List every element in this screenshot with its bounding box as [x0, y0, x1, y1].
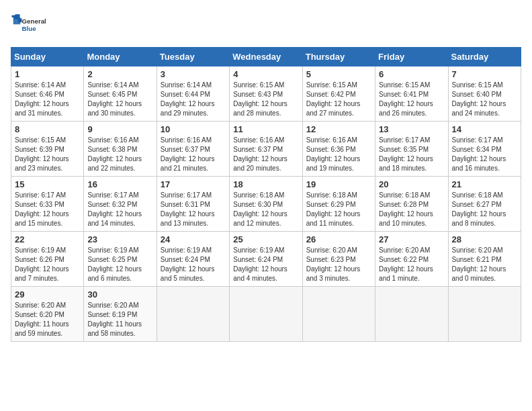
calendar-cell: 30Sunrise: 6:20 AM Sunset: 6:19 PM Dayli…: [84, 287, 157, 342]
day-number: 13: [379, 124, 444, 134]
calendar-cell: 5Sunrise: 6:15 AM Sunset: 6:42 PM Daylig…: [302, 66, 375, 122]
day-number: 22: [15, 234, 80, 244]
calendar-cell: 27Sunrise: 6:20 AM Sunset: 6:22 PM Dayli…: [375, 232, 448, 287]
header-thursday: Thursday: [302, 48, 375, 66]
day-info: Sunrise: 6:19 AM Sunset: 6:24 PM Dayligh…: [233, 246, 298, 283]
day-number: 25: [233, 234, 298, 244]
calendar-cell: 25Sunrise: 6:19 AM Sunset: 6:24 PM Dayli…: [230, 232, 302, 287]
day-info: Sunrise: 6:17 AM Sunset: 6:33 PM Dayligh…: [15, 191, 80, 228]
page-header: General Blue: [11, 11, 521, 39]
calendar-cell: 18Sunrise: 6:18 AM Sunset: 6:30 PM Dayli…: [230, 177, 302, 232]
day-info: Sunrise: 6:15 AM Sunset: 6:40 PM Dayligh…: [452, 81, 517, 118]
day-info: Sunrise: 6:20 AM Sunset: 6:20 PM Dayligh…: [15, 301, 80, 338]
calendar-table: SundayMondayTuesdayWednesdayThursdayFrid…: [11, 47, 521, 342]
calendar-cell: 21Sunrise: 6:18 AM Sunset: 6:27 PM Dayli…: [448, 177, 521, 232]
header-wednesday: Wednesday: [230, 48, 302, 66]
calendar-cell: [157, 287, 229, 342]
header-tuesday: Tuesday: [157, 48, 229, 66]
day-number: 9: [87, 124, 152, 134]
day-info: Sunrise: 6:16 AM Sunset: 6:37 PM Dayligh…: [161, 136, 226, 173]
day-number: 29: [15, 289, 80, 300]
day-info: Sunrise: 6:16 AM Sunset: 6:37 PM Dayligh…: [233, 136, 298, 173]
day-info: Sunrise: 6:18 AM Sunset: 6:28 PM Dayligh…: [379, 191, 444, 228]
calendar-cell: 28Sunrise: 6:20 AM Sunset: 6:21 PM Dayli…: [448, 232, 521, 287]
svg-rect-3: [13, 17, 21, 25]
day-info: Sunrise: 6:15 AM Sunset: 6:41 PM Dayligh…: [379, 81, 444, 118]
day-number: 12: [306, 124, 371, 134]
week-row-2: 8Sunrise: 6:15 AM Sunset: 6:39 PM Daylig…: [11, 122, 521, 177]
day-info: Sunrise: 6:16 AM Sunset: 6:38 PM Dayligh…: [87, 136, 152, 173]
calendar-cell: 13Sunrise: 6:17 AM Sunset: 6:35 PM Dayli…: [375, 122, 448, 177]
calendar-cell: 14Sunrise: 6:17 AM Sunset: 6:34 PM Dayli…: [448, 122, 521, 177]
day-info: Sunrise: 6:15 AM Sunset: 6:39 PM Dayligh…: [15, 136, 80, 173]
calendar-cell: 22Sunrise: 6:19 AM Sunset: 6:26 PM Dayli…: [11, 232, 84, 287]
calendar-cell: 26Sunrise: 6:20 AM Sunset: 6:23 PM Dayli…: [302, 232, 375, 287]
header-row: SundayMondayTuesdayWednesdayThursdayFrid…: [11, 48, 521, 66]
header-monday: Monday: [84, 48, 157, 66]
day-number: 24: [161, 234, 226, 244]
svg-text:General: General: [22, 17, 47, 25]
day-number: 23: [87, 234, 152, 244]
day-info: Sunrise: 6:18 AM Sunset: 6:27 PM Dayligh…: [452, 191, 517, 228]
calendar-cell: 19Sunrise: 6:18 AM Sunset: 6:29 PM Dayli…: [302, 177, 375, 232]
calendar-cell: [448, 287, 521, 342]
week-row-1: 1Sunrise: 6:14 AM Sunset: 6:46 PM Daylig…: [11, 66, 521, 122]
day-info: Sunrise: 6:19 AM Sunset: 6:24 PM Dayligh…: [161, 246, 226, 283]
day-info: Sunrise: 6:15 AM Sunset: 6:42 PM Dayligh…: [306, 81, 371, 118]
day-number: 14: [452, 124, 517, 134]
calendar-cell: 12Sunrise: 6:16 AM Sunset: 6:36 PM Dayli…: [302, 122, 375, 177]
day-number: 16: [87, 179, 152, 189]
day-number: 4: [233, 69, 298, 79]
calendar-cell: 15Sunrise: 6:17 AM Sunset: 6:33 PM Dayli…: [11, 177, 84, 232]
day-number: 30: [87, 289, 152, 300]
day-info: Sunrise: 6:17 AM Sunset: 6:34 PM Dayligh…: [452, 136, 517, 173]
day-info: Sunrise: 6:14 AM Sunset: 6:45 PM Dayligh…: [87, 81, 152, 118]
header-friday: Friday: [375, 48, 448, 66]
logo-svg: General Blue: [11, 11, 51, 39]
calendar-cell: 4Sunrise: 6:15 AM Sunset: 6:43 PM Daylig…: [230, 66, 302, 122]
day-number: 2: [87, 69, 152, 79]
day-info: Sunrise: 6:16 AM Sunset: 6:36 PM Dayligh…: [306, 136, 371, 173]
day-info: Sunrise: 6:19 AM Sunset: 6:25 PM Dayligh…: [87, 246, 152, 283]
calendar-cell: 24Sunrise: 6:19 AM Sunset: 6:24 PM Dayli…: [157, 232, 229, 287]
day-info: Sunrise: 6:20 AM Sunset: 6:21 PM Dayligh…: [452, 246, 517, 283]
svg-text:Blue: Blue: [22, 25, 37, 32]
calendar-cell: [375, 287, 448, 342]
day-info: Sunrise: 6:19 AM Sunset: 6:26 PM Dayligh…: [15, 246, 80, 283]
calendar-cell: 1Sunrise: 6:14 AM Sunset: 6:46 PM Daylig…: [11, 66, 84, 122]
day-number: 18: [233, 179, 298, 189]
week-row-3: 15Sunrise: 6:17 AM Sunset: 6:33 PM Dayli…: [11, 177, 521, 232]
day-info: Sunrise: 6:20 AM Sunset: 6:22 PM Dayligh…: [379, 246, 444, 283]
calendar-cell: 10Sunrise: 6:16 AM Sunset: 6:37 PM Dayli…: [157, 122, 229, 177]
day-number: 15: [15, 179, 80, 189]
calendar-cell: 2Sunrise: 6:14 AM Sunset: 6:45 PM Daylig…: [84, 66, 157, 122]
day-number: 8: [15, 124, 80, 134]
calendar-cell: 9Sunrise: 6:16 AM Sunset: 6:38 PM Daylig…: [84, 122, 157, 177]
day-number: 7: [452, 69, 517, 79]
logo: General Blue: [11, 11, 51, 39]
day-number: 6: [379, 69, 444, 79]
calendar-cell: 7Sunrise: 6:15 AM Sunset: 6:40 PM Daylig…: [448, 66, 521, 122]
week-row-5: 29Sunrise: 6:20 AM Sunset: 6:20 PM Dayli…: [11, 287, 521, 342]
day-info: Sunrise: 6:18 AM Sunset: 6:30 PM Dayligh…: [233, 191, 298, 228]
calendar-cell: 16Sunrise: 6:17 AM Sunset: 6:32 PM Dayli…: [84, 177, 157, 232]
calendar-cell: 17Sunrise: 6:17 AM Sunset: 6:31 PM Dayli…: [157, 177, 229, 232]
day-number: 20: [379, 179, 444, 189]
day-info: Sunrise: 6:14 AM Sunset: 6:44 PM Dayligh…: [161, 81, 226, 118]
day-info: Sunrise: 6:14 AM Sunset: 6:46 PM Dayligh…: [15, 81, 80, 118]
day-info: Sunrise: 6:17 AM Sunset: 6:35 PM Dayligh…: [379, 136, 444, 173]
day-number: 17: [161, 179, 226, 189]
day-info: Sunrise: 6:20 AM Sunset: 6:19 PM Dayligh…: [87, 301, 152, 338]
day-info: Sunrise: 6:15 AM Sunset: 6:43 PM Dayligh…: [233, 81, 298, 118]
calendar-cell: [230, 287, 302, 342]
day-number: 5: [306, 69, 371, 79]
day-number: 1: [15, 69, 80, 79]
header-sunday: Sunday: [11, 48, 84, 66]
week-row-4: 22Sunrise: 6:19 AM Sunset: 6:26 PM Dayli…: [11, 232, 521, 287]
day-number: 21: [452, 179, 517, 189]
header-saturday: Saturday: [448, 48, 521, 66]
day-number: 27: [379, 234, 444, 244]
day-info: Sunrise: 6:17 AM Sunset: 6:32 PM Dayligh…: [87, 191, 152, 228]
calendar-cell: 11Sunrise: 6:16 AM Sunset: 6:37 PM Dayli…: [230, 122, 302, 177]
day-number: 11: [233, 124, 298, 134]
